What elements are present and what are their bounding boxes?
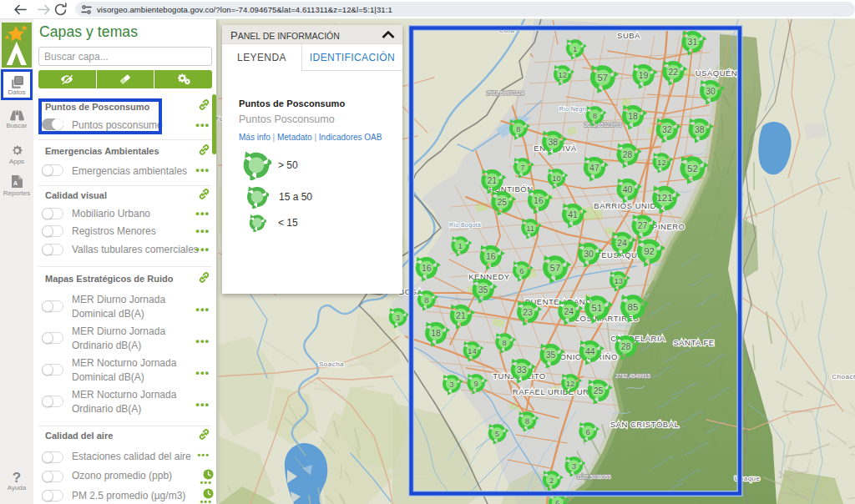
svg-text:16: 16 bbox=[486, 252, 496, 261]
svg-text:SAN CRISTÓBAL: SAN CRISTÓBAL bbox=[610, 420, 680, 429]
svg-text:22: 22 bbox=[668, 68, 678, 77]
svg-text:12: 12 bbox=[657, 158, 666, 167]
svg-text:19: 19 bbox=[639, 71, 649, 80]
svg-text:3: 3 bbox=[449, 380, 453, 389]
svg-text:6: 6 bbox=[519, 266, 524, 275]
svg-text:57: 57 bbox=[550, 263, 561, 273]
svg-text:30: 30 bbox=[706, 87, 716, 96]
svg-text:9: 9 bbox=[473, 379, 478, 388]
svg-text:Río Negro: Río Negro bbox=[559, 106, 589, 113]
svg-text:38: 38 bbox=[695, 125, 705, 134]
svg-text:18: 18 bbox=[628, 112, 638, 121]
svg-text:14: 14 bbox=[468, 346, 477, 355]
svg-text:57: 57 bbox=[597, 73, 608, 83]
svg-text:85: 85 bbox=[628, 302, 639, 312]
svg-text:24: 24 bbox=[617, 239, 627, 248]
svg-text:Soacha: Soacha bbox=[319, 360, 344, 368]
svg-text:SUBA: SUBA bbox=[617, 31, 640, 40]
svg-text:SANTA FE: SANTA FE bbox=[673, 338, 714, 347]
svg-text:8: 8 bbox=[525, 416, 529, 426]
svg-text:1: 1 bbox=[458, 241, 463, 250]
svg-text:Choachí: Choachí bbox=[832, 373, 855, 381]
svg-text:8: 8 bbox=[424, 295, 428, 305]
svg-text:24: 24 bbox=[564, 307, 574, 316]
svg-text:38: 38 bbox=[548, 138, 558, 147]
svg-text:1: 1 bbox=[573, 44, 577, 53]
svg-text:52: 52 bbox=[687, 164, 698, 174]
svg-text:51: 51 bbox=[592, 303, 603, 313]
svg-text:44: 44 bbox=[585, 347, 595, 356]
svg-text:121: 121 bbox=[656, 193, 672, 203]
svg-text:A: A bbox=[13, 180, 18, 186]
svg-text:10: 10 bbox=[552, 174, 561, 183]
svg-text:23: 23 bbox=[523, 308, 533, 317]
svg-text:35: 35 bbox=[546, 350, 556, 360]
svg-text:6: 6 bbox=[585, 427, 589, 436]
svg-text:21: 21 bbox=[487, 176, 497, 185]
svg-text:16: 16 bbox=[422, 264, 432, 273]
svg-text:8: 8 bbox=[593, 111, 597, 120]
svg-text:47: 47 bbox=[589, 164, 600, 173]
svg-text:3: 3 bbox=[396, 313, 400, 322]
svg-text:Río Bogotá: Río Bogotá bbox=[449, 222, 481, 229]
svg-text:18: 18 bbox=[431, 329, 441, 338]
svg-text:7: 7 bbox=[520, 163, 524, 172]
svg-text:25: 25 bbox=[594, 386, 604, 396]
svg-text:21: 21 bbox=[456, 311, 466, 320]
svg-text:6: 6 bbox=[555, 498, 559, 504]
svg-text:12: 12 bbox=[559, 70, 568, 79]
svg-text:28: 28 bbox=[621, 342, 631, 351]
svg-text:92: 92 bbox=[644, 246, 655, 256]
svg-text:USAQUÉN: USAQUÉN bbox=[696, 68, 737, 78]
svg-text:30: 30 bbox=[584, 249, 594, 259]
svg-text:25: 25 bbox=[497, 198, 507, 207]
svg-text:16: 16 bbox=[534, 196, 544, 205]
svg-text:2621,65123703: 2621,65123703 bbox=[584, 122, 622, 128]
svg-text:2571,69970324: 2571,69970324 bbox=[486, 90, 524, 96]
svg-text:8: 8 bbox=[516, 124, 520, 134]
svg-text:2782,4549915: 2782,4549915 bbox=[615, 373, 650, 379]
svg-text:35: 35 bbox=[478, 285, 488, 295]
svg-text:11: 11 bbox=[526, 224, 534, 233]
svg-text:31: 31 bbox=[688, 38, 698, 47]
svg-text:3127,5038055: 3127,5038055 bbox=[576, 474, 611, 480]
svg-text:2: 2 bbox=[549, 476, 554, 485]
svg-text:12: 12 bbox=[566, 379, 575, 388]
svg-text:40: 40 bbox=[623, 185, 633, 194]
svg-text:27: 27 bbox=[638, 221, 648, 230]
svg-text:5: 5 bbox=[495, 429, 499, 438]
svg-text:32: 32 bbox=[662, 125, 672, 134]
svg-text:41: 41 bbox=[568, 210, 578, 219]
svg-text:28: 28 bbox=[623, 150, 633, 159]
svg-text:8: 8 bbox=[502, 338, 506, 347]
svg-text:13: 13 bbox=[614, 276, 623, 285]
svg-text:33: 33 bbox=[517, 365, 527, 375]
svg-text:3: 3 bbox=[572, 461, 576, 471]
